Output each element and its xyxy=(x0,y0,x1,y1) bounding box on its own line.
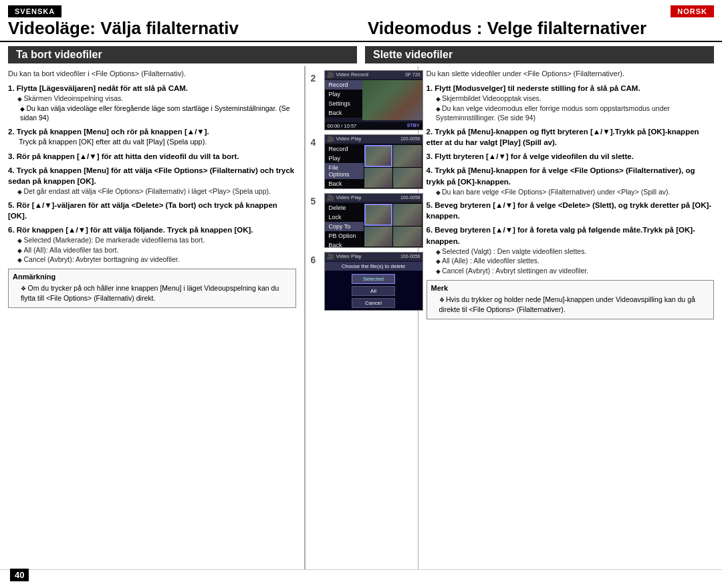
panel-row-4: 4 🎥 Video Play 100-0056 Record Play File… xyxy=(311,134,412,189)
cam2-menu-settings: Settings xyxy=(325,99,365,108)
cam4-menu-play: Play xyxy=(325,154,365,163)
right-step-text-5: Beveg bryteren [▲/▼] for å velge <Delete… xyxy=(427,201,712,220)
panel-row-6: 6 🎥 Video Play 100-0056 Choose the file(… xyxy=(311,252,412,311)
right-main-title: Videomodus : Velge filalternativer xyxy=(354,19,714,38)
step-num-5: 5. xyxy=(8,201,15,209)
left-intro: Du kan ta bort videofiler i <File Option… xyxy=(8,69,296,79)
step-6-sub-1: Selected (Markerade): De markerade video… xyxy=(8,235,296,245)
thumb-4 xyxy=(393,168,422,188)
cam4-menu: Record Play File Options Back xyxy=(325,144,365,188)
left-main-title: Videoläge: Välja filalternativ xyxy=(8,19,354,38)
cam2-icon: 🎥 xyxy=(327,71,334,78)
delete-dialog-header: Choose the file(s) to delete xyxy=(325,262,423,271)
camera-screen-4: 🎥 Video Play 100-0056 Record Play File O… xyxy=(324,134,423,189)
thumb-3 xyxy=(364,168,393,188)
cam2-menu-back: Back xyxy=(325,108,365,118)
cam6-icon: 🎥 xyxy=(327,253,334,260)
cam5-top-bar: 🎥 Video Play 100-0056 xyxy=(325,194,423,202)
right-step-num-5: 5. xyxy=(427,201,433,209)
right-step-2: 2. Trykk på [Menu]-knappen og flytt bryt… xyxy=(427,126,715,148)
cam6-top-bar: 🎥 Video Play 100-0056 xyxy=(325,253,423,261)
panel-num-6: 6 xyxy=(311,255,320,265)
delete-options: Selected All Cancel xyxy=(325,271,423,311)
left-step-6: 6. Rör knappen [▲/▼] för att välja följa… xyxy=(8,225,296,265)
cam5-thumb-2 xyxy=(393,204,422,227)
cam5-menu-copyto: Copy To xyxy=(325,222,365,231)
right-step-6: 6. Beveg bryteren [▲/▼] for å foreta val… xyxy=(427,225,715,275)
cam2-menu: Record Play Settings Back xyxy=(325,80,365,118)
left-note-1: Om du trycker på och håller inne knappen… xyxy=(13,283,291,303)
cam4-icon: 🎥 xyxy=(327,136,334,142)
panel-num-4: 4 xyxy=(311,137,320,148)
cam2-label: Video Record xyxy=(336,71,368,78)
right-note-box: Merk Hvis du trykker og holder nede [Men… xyxy=(427,280,715,319)
step-6-sub-2: All (All): Alla videofiler tas bort. xyxy=(8,245,296,255)
cam2-stby: STBY xyxy=(407,123,420,129)
left-step-1: 1. Flytta [Lägesväljaren] nedåt för att … xyxy=(8,83,296,123)
cam5-menu-back: Back xyxy=(325,241,365,248)
right-step-4: 4. Trykk på [Menu]-knappen for å velge <… xyxy=(427,165,715,196)
right-step-1-sub-1: Skjermbildet Videoopptak vises. xyxy=(427,94,715,104)
right-step-num-1: 1. xyxy=(427,84,433,92)
cam5-label: Video Play xyxy=(336,194,362,200)
step-num-6: 6. xyxy=(8,226,15,234)
panel-num-5: 5 xyxy=(311,196,320,206)
camera-panels-column: 2 🎥 Video Record SF 720 Record Play Sett… xyxy=(305,66,418,569)
right-lang-badge: NORSK xyxy=(671,5,714,17)
delete-dialog: Choose the file(s) to delete Selected Al… xyxy=(325,262,423,310)
delete-opt-selected: Selected xyxy=(352,274,395,284)
main-content: Du kan ta bort videofiler i <File Option… xyxy=(0,66,722,569)
step-text-5: Rör [▲/▼]-väljaren för att välja <Delete… xyxy=(8,201,277,220)
cam4-menu-record: Record xyxy=(325,144,365,154)
right-step-text-4: Trykk på [Menu]-knappen for å velge <Fil… xyxy=(427,166,695,185)
left-step-2: 2. Tryck på knappen [Menu] och rör på kn… xyxy=(8,126,296,147)
left-section-header: Ta bort videofiler xyxy=(8,46,357,63)
right-step-num-6: 6. xyxy=(427,226,433,234)
cam2-video-bg xyxy=(362,80,423,120)
step-num-3: 3. xyxy=(8,152,15,160)
cam5-menu-pboption: PB Option xyxy=(325,231,365,241)
cam2-top-bar: 🎥 Video Record SF 720 xyxy=(325,71,423,79)
panel-num-2: 2 xyxy=(311,73,320,84)
cam4-menu-fileopts: File Options xyxy=(325,163,365,179)
page-number: 40 xyxy=(10,569,29,581)
delete-opt-all: All xyxy=(352,286,395,296)
left-lang-badge: SVENSKA xyxy=(8,5,62,17)
right-step-4-sub: Du kan bare velge <File Options> (Filalt… xyxy=(427,187,715,197)
right-note-header: Merk xyxy=(431,283,710,293)
page: SVENSKA NORSK Videoläge: Välja filaltern… xyxy=(0,0,722,588)
cam5-menu-lock: Lock xyxy=(325,212,365,222)
right-step-text-3: Flytt bryteren [▲/▼] for å velge videofi… xyxy=(435,152,634,160)
right-step-text-1: Flytt [Modusvelger] til nederste stillin… xyxy=(435,84,640,92)
cam2-menu-play: Play xyxy=(325,90,365,99)
right-column: Du kan slette videofiler under <File Opt… xyxy=(418,66,723,569)
right-intro: Du kan slette videofiler under <File Opt… xyxy=(427,69,715,79)
right-section-header: Slette videofiler xyxy=(365,46,714,63)
cam5-filenum: 100-0056 xyxy=(400,195,420,200)
step-1-sub-2: Du kan välja videoläge eller föregående … xyxy=(8,104,296,123)
step-4-sub: Det går endast att välja <File Options> … xyxy=(8,186,296,196)
left-note-header: Anmärkning xyxy=(13,272,291,282)
right-step-6-sub-3: Cancel (Avbryt) : Avbryt slettingen av v… xyxy=(427,266,715,276)
cam4-filenum: 100-0056 xyxy=(400,136,420,141)
right-note-1: Hvis du trykker og holder nede [Menu]-kn… xyxy=(431,295,710,314)
camera-screen-6: 🎥 Video Play 100-0056 Choose the file(s)… xyxy=(324,252,423,311)
left-column: Du kan ta bort videofiler i <File Option… xyxy=(0,66,305,569)
panel-row-2: 2 🎥 Video Record SF 720 Record Play Sett… xyxy=(311,70,412,130)
camera-screen-2: 🎥 Video Record SF 720 Record Play Settin… xyxy=(324,70,423,130)
step-text-4: Tryck på knappen [Menu] för att välja <F… xyxy=(8,166,294,185)
cam6-filenum: 100-0056 xyxy=(400,254,420,259)
step-text-6: Rör knappen [▲/▼] för att välja följande… xyxy=(17,226,253,234)
delete-opt-cancel: Cancel xyxy=(352,298,395,308)
step-text-3: Rör på knappen [▲/▼] för att hitta den v… xyxy=(17,152,239,160)
cam4-label: Video Play xyxy=(336,136,362,142)
left-step-4: 4. Tryck på knappen [Menu] för att välja… xyxy=(8,165,296,196)
section-headers: Ta bort videofiler Slette videofiler xyxy=(0,42,722,66)
thumb-1 xyxy=(364,145,393,168)
right-step-5: 5. Beveg bryteren [▲/▼] for å velge <Del… xyxy=(427,200,715,221)
cam5-thumb-1 xyxy=(364,204,393,227)
cam2-time: 00:00 / 10:57 xyxy=(328,123,357,129)
cam5-thumb-3 xyxy=(364,227,393,247)
cam6-label: Video Play xyxy=(336,253,362,259)
lang-header: SVENSKA NORSK xyxy=(0,0,722,17)
